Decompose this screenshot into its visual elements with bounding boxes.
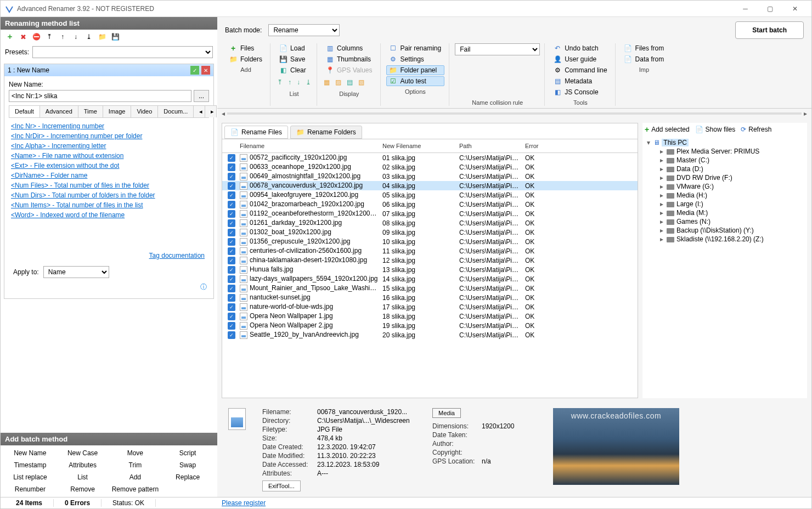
row-checkbox-icon[interactable]: ✓ <box>228 266 235 274</box>
presets-combo[interactable] <box>32 46 213 58</box>
batch-method-button[interactable]: Replace <box>162 472 213 483</box>
table-row[interactable]: ✓ Opera Neon Wallpaper 1.jpg 18 slika.jp… <box>222 312 638 321</box>
tree-node[interactable]: ▸DVD RW Drive (F:) <box>645 173 805 182</box>
batch-method-button[interactable]: Trim <box>110 460 161 471</box>
tree-toggle-icon[interactable]: ▸ <box>660 148 667 155</box>
move-top-icon[interactable]: ⤒ <box>44 32 54 42</box>
table-row[interactable]: ✓ Mount_Rainier_and_Tipsoo_Lake_Washingt… <box>222 284 638 293</box>
row-checkbox-icon[interactable]: ✓ <box>228 275 235 283</box>
table-row[interactable]: ✓ 01302_boat_1920x1200.jpg 09 slika.jpg … <box>222 228 638 237</box>
display-icon-3[interactable]: ▤ <box>347 78 353 86</box>
settings-button[interactable]: ⚙Settings <box>386 54 445 64</box>
refresh-button[interactable]: ⟳Refresh <box>741 126 771 133</box>
command-line-button[interactable]: ⚙Command line <box>550 65 610 75</box>
tab-time[interactable]: Time <box>78 105 103 117</box>
batch-method-button[interactable]: Swap <box>162 460 213 471</box>
tree-toggle-icon[interactable]: ▸ <box>660 165 667 173</box>
row-checkbox-icon[interactable]: ✓ <box>228 303 235 311</box>
list-top-icon[interactable]: ⤒ <box>277 78 283 86</box>
row-checkbox-icon[interactable]: ✓ <box>228 191 235 199</box>
add-selected-button[interactable]: +Add selected <box>645 125 690 134</box>
table-row[interactable]: ✓ 00678_vancouverdusk_1920x1200.jpg 04 s… <box>222 181 638 190</box>
table-row[interactable]: ✓ Opera Neon Wallpaper 2.jpg 19 slika.jp… <box>222 321 638 330</box>
batch-method-button[interactable]: Remove pattern <box>110 484 161 495</box>
row-checkbox-icon[interactable]: ✓ <box>228 313 235 320</box>
move-down-icon[interactable]: ↓ <box>71 32 81 42</box>
maximize-button[interactable]: ▢ <box>758 1 782 16</box>
table-row[interactable]: ✓ 01192_oceanbeforethestorm_1920x1200.jp… <box>222 209 638 218</box>
please-register-link[interactable]: Please register <box>222 499 266 507</box>
tree-toggle-icon[interactable]: ▸ <box>660 235 667 243</box>
open-folder-icon[interactable]: 📁 <box>97 32 107 42</box>
tree-node[interactable]: ▸VMware (G:) <box>645 182 805 191</box>
user-guide-button[interactable]: 👤User guide <box>550 54 610 64</box>
row-checkbox-icon[interactable]: ✓ <box>228 219 235 227</box>
tree-toggle-icon[interactable]: ▸ <box>660 227 667 234</box>
table-row[interactable]: ✓ 00572_pacificcity_1920x1200.jpg 01 sli… <box>222 153 638 162</box>
tag-link[interactable]: <Num Items> - Total number of files in t… <box>11 200 207 210</box>
batch-method-button[interactable]: New Case <box>58 448 108 459</box>
row-checkbox-icon[interactable]: ✓ <box>228 201 235 208</box>
tree-toggle-icon[interactable]: ▸ <box>660 218 667 225</box>
metadata-button[interactable]: ▤Metadata <box>550 76 610 86</box>
batch-method-button[interactable]: Move <box>110 448 161 459</box>
folder-panel-button[interactable]: 📁Folder panel <box>386 65 445 75</box>
list-load-button[interactable]: 📄Load <box>276 43 312 53</box>
table-row[interactable]: ✓ 00649_almostnightfall_1920x1200.jpg 03… <box>222 172 638 181</box>
tag-link[interactable]: <Inc NrDir> - Incrementing number per fo… <box>11 131 207 141</box>
ribbon-scroll-right-icon[interactable]: ▸ <box>804 110 807 117</box>
row-checkbox-icon[interactable]: ✓ <box>228 294 235 302</box>
columns-button[interactable]: ▥Columns <box>323 43 375 53</box>
tag-link[interactable]: <Ext> - File extension without the dot <box>11 161 207 171</box>
exiftool-button[interactable]: ExifTool... <box>262 480 301 491</box>
table-row[interactable]: ✓ china-taklamakan-desert-1920x1080.jpg … <box>222 256 638 265</box>
table-row[interactable]: ✓ Hunua falls.jpg 13 slika.jpg C:\Users\… <box>222 265 638 274</box>
table-row[interactable]: ✓ 01356_crepuscule_1920x1200.jpg 10 slik… <box>222 237 638 246</box>
list-bottom-icon[interactable]: ⤓ <box>306 78 311 86</box>
tab-image[interactable]: Image <box>103 105 132 117</box>
batch-method-button[interactable]: List <box>58 472 108 483</box>
tree-toggle-icon[interactable]: ▸ <box>660 209 667 217</box>
remove-method-icon[interactable]: ✖ <box>18 32 28 42</box>
batch-method-button[interactable]: Renumber <box>5 484 55 495</box>
table-row[interactable]: ✓ 00633_oceanhope_1920x1200.jpg 02 slika… <box>222 162 638 172</box>
tree-node[interactable]: ▸Plex Media Server: PRIMUS <box>645 147 805 156</box>
tag-link[interactable]: <Num Dirs> - Total number of folders in … <box>11 190 207 200</box>
close-button[interactable]: ✕ <box>782 1 807 16</box>
tag-link[interactable]: <Inc Alpha> - Incrementing letter <box>11 141 207 151</box>
batch-method-button[interactable]: Timestamp <box>5 460 55 471</box>
col-path[interactable]: Path <box>457 142 523 150</box>
js-console-button[interactable]: ◧JS Console <box>550 87 610 97</box>
tree-toggle-icon[interactable]: ▸ <box>660 200 667 208</box>
rename-files-tab[interactable]: 📄Rename Files <box>224 126 288 139</box>
tree-node[interactable]: ▸Media (M:) <box>645 208 805 217</box>
tree-toggle-icon[interactable]: ▸ <box>660 183 667 190</box>
list-up-icon[interactable]: ↑ <box>288 78 291 86</box>
list-save-button[interactable]: 💾Save <box>276 54 312 64</box>
display-icon-1[interactable]: ▦ <box>324 78 330 86</box>
undo-batch-button[interactable]: ↶Undo batch <box>550 43 610 53</box>
batch-method-button[interactable]: Script <box>162 448 213 459</box>
data-from-button[interactable]: 📄Data from <box>621 54 668 64</box>
table-row[interactable]: ✓ nantucket-sunset.jpg 16 slika.jpg C:\U… <box>222 293 638 302</box>
auto-test-button[interactable]: ☑Auto test <box>386 76 445 86</box>
tree-toggle-icon[interactable]: ▸ <box>660 174 667 182</box>
tree-node[interactable]: ▸Data (D:) <box>645 165 805 173</box>
row-checkbox-icon[interactable]: ✓ <box>228 331 235 339</box>
start-batch-button[interactable]: Start batch <box>735 21 804 39</box>
apply-to-combo[interactable]: Name <box>43 266 109 278</box>
tab-default[interactable]: Default <box>9 105 40 117</box>
files-from-button[interactable]: 📄Files from <box>621 43 668 53</box>
tree-toggle-icon[interactable]: ▸ <box>660 191 667 199</box>
ribbon-scroll-left-icon[interactable]: ◂ <box>222 110 225 117</box>
move-bottom-icon[interactable]: ⤓ <box>84 32 94 42</box>
show-files-button[interactable]: 📄Show files <box>695 126 736 133</box>
batch-method-button[interactable]: Attributes <box>58 460 108 471</box>
save-icon[interactable]: 💾 <box>110 32 120 42</box>
new-name-more-button[interactable]: ... <box>194 90 209 102</box>
tag-link[interactable]: <DirName> - Folder name <box>11 171 207 180</box>
tab-document[interactable]: Docum... <box>157 105 194 117</box>
table-row[interactable]: ✓ lazy-days_wallpapers_5594_1920x1200.jp… <box>222 274 638 284</box>
row-checkbox-icon[interactable]: ✓ <box>228 322 235 330</box>
batch-method-button[interactable]: New Name <box>5 448 55 459</box>
